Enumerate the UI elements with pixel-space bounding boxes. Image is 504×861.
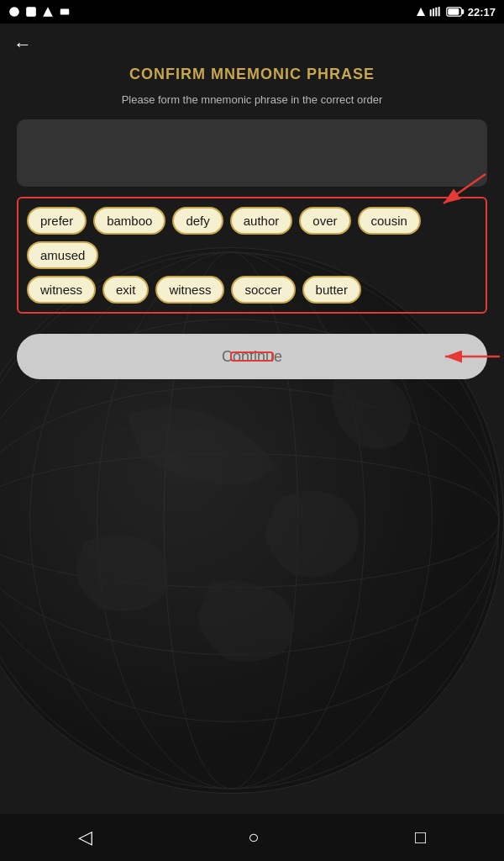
svg-rect-5	[429, 9, 431, 16]
svg-marker-2	[43, 7, 53, 17]
continue-wrapper: Continue	[17, 334, 487, 379]
svg-marker-4	[417, 8, 425, 16]
word-chip-prefer[interactable]: prefer	[27, 207, 87, 235]
page-subtitle: Please form the mnemonic phrase in the c…	[17, 93, 487, 106]
status-indicators: 22:17	[416, 6, 496, 18]
nav-back-icon[interactable]: ◁	[78, 827, 92, 848]
nav-recent-icon[interactable]: □	[415, 827, 426, 848]
page-title: CONFIRM MNEMONIC PHRASE	[17, 66, 487, 83]
status-bar: 22:17	[0, 0, 504, 24]
word-chip-over[interactable]: over	[299, 207, 350, 235]
word-chip-soccer[interactable]: soccer	[231, 276, 295, 304]
time-display: 22:17	[468, 6, 496, 18]
arrow-to-phrase	[418, 170, 494, 212]
word-chip-cousin[interactable]: cousin	[358, 207, 421, 235]
phrase-input-area[interactable]	[17, 119, 487, 187]
main-content: CONFIRM MNEMONIC PHRASE Please form the …	[0, 66, 504, 379]
svg-rect-10	[448, 8, 459, 14]
word-chip-defy[interactable]: defy	[172, 207, 223, 235]
back-button[interactable]: ←	[13, 34, 32, 55]
svg-rect-3	[60, 9, 70, 15]
arrow-to-continue	[437, 344, 504, 369]
word-chip-exit[interactable]: exit	[102, 276, 149, 304]
top-navigation: ←	[0, 24, 504, 66]
svg-rect-6	[433, 8, 434, 16]
word-grid-container: prefer bamboo defy author over cousin am…	[17, 197, 487, 314]
word-row-1: prefer bamboo defy author over cousin am…	[27, 207, 477, 269]
word-row-2: witness exit witness soccer butter	[27, 276, 477, 304]
svg-rect-1	[26, 7, 36, 17]
continue-button[interactable]: Continue	[17, 334, 487, 379]
svg-line-20	[444, 174, 486, 203]
word-chip-bamboo[interactable]: bamboo	[93, 207, 165, 235]
word-chip-butter[interactable]: butter	[302, 276, 361, 304]
svg-rect-7	[435, 8, 437, 17]
notification-icons	[8, 6, 71, 18]
word-chip-amused[interactable]: amused	[27, 241, 98, 269]
svg-rect-8	[438, 7, 439, 16]
svg-rect-11	[461, 9, 464, 14]
word-chip-witness-1[interactable]: witness	[27, 276, 96, 304]
nav-home-icon[interactable]: ○	[248, 827, 259, 848]
bottom-navigation: ◁ ○ □	[0, 814, 504, 861]
word-chip-witness-2[interactable]: witness	[155, 276, 224, 304]
word-chip-author[interactable]: author	[230, 207, 293, 235]
svg-point-0	[9, 7, 19, 17]
